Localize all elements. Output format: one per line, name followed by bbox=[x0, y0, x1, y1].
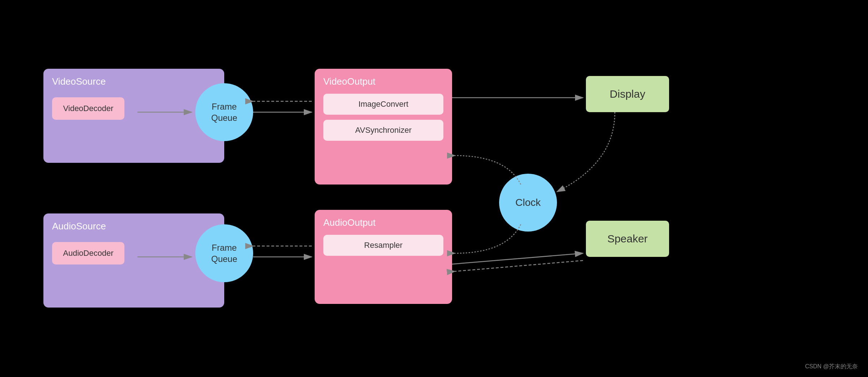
video-decoder-box: VideoDecoder bbox=[52, 97, 124, 120]
video-output-label: VideoOutput bbox=[323, 76, 443, 87]
video-output-box: VideoOutput ImageConvert AVSynchronizer bbox=[315, 69, 452, 185]
video-source-label: VideoSource bbox=[52, 76, 216, 87]
speaker-label: Speaker bbox=[607, 233, 648, 245]
clock-circle: Clock bbox=[499, 174, 557, 232]
image-convert-box: ImageConvert bbox=[323, 94, 443, 115]
resampler-box: Resampler bbox=[323, 235, 443, 256]
audio-decoder-box: AudioDecoder bbox=[52, 242, 124, 264]
svg-line-11 bbox=[452, 253, 583, 264]
clock-label: Clock bbox=[515, 197, 541, 208]
audio-output-label: AudioOutput bbox=[323, 217, 443, 228]
audio-frame-queue-label: FrameQueue bbox=[211, 242, 237, 264]
arrows-svg bbox=[0, 0, 868, 377]
speaker-box: Speaker bbox=[586, 221, 669, 257]
video-frame-queue: FrameQueue bbox=[195, 83, 253, 141]
display-box: Display bbox=[586, 76, 669, 112]
video-frame-queue-label: FrameQueue bbox=[211, 101, 237, 123]
display-label: Display bbox=[610, 88, 645, 100]
watermark: CSDN @芥末的无奈 bbox=[805, 363, 858, 370]
audio-frame-queue: FrameQueue bbox=[195, 224, 253, 282]
audio-output-box: AudioOutput Resampler bbox=[315, 210, 452, 304]
audio-source-label: AudioSource bbox=[52, 221, 216, 232]
diagram-container: VideoSource VideoDecoder AudioSource Aud… bbox=[0, 0, 868, 377]
av-synchronizer-box: AVSynchronizer bbox=[323, 120, 443, 141]
svg-line-12 bbox=[455, 260, 583, 271]
